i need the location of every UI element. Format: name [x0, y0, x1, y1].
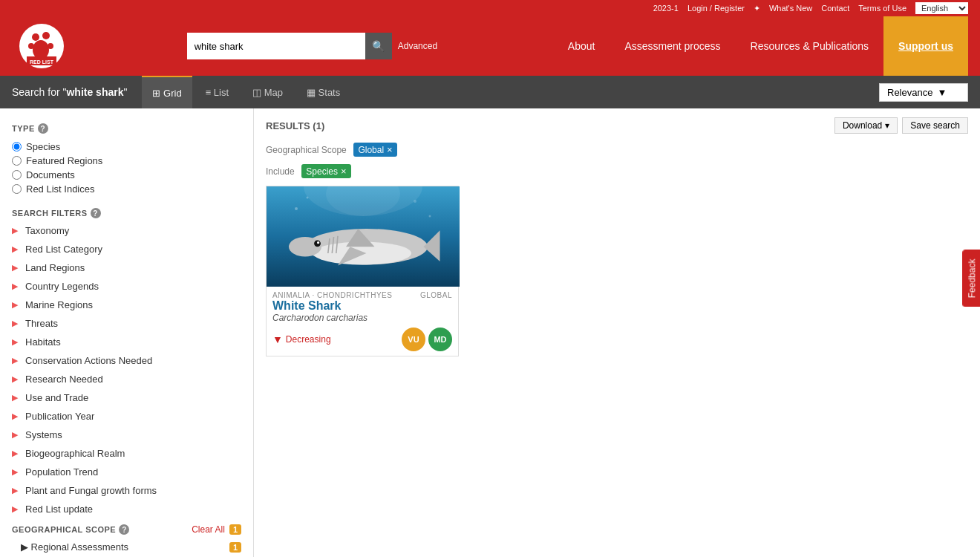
regional-assessments-item[interactable]: ▶ Regional Assessments 1 [0, 538, 253, 556]
tab-list[interactable]: ≡ List [195, 76, 239, 108]
search-filters-section: SEARCH FILTERS ? [0, 202, 253, 221]
svg-point-2 [42, 32, 50, 39]
filter-use-trade[interactable]: ▶ Use and Trade [0, 388, 253, 407]
advanced-link[interactable]: Advanced [398, 41, 437, 51]
arrow-icon: ▶ [12, 226, 21, 235]
relevance-label: Relevance [887, 87, 932, 98]
shark-image [267, 186, 460, 287]
filter-habitats[interactable]: ▶ Habitats [0, 333, 253, 351]
nav-support[interactable]: Support us [883, 16, 968, 76]
svg-point-5 [48, 43, 53, 49]
header-search: 🔍 Advanced [187, 33, 437, 59]
action-buttons: Download ▾ Save search [834, 117, 968, 134]
download-button[interactable]: Download ▾ [834, 117, 898, 134]
geo-clear-all[interactable]: Clear All [192, 524, 225, 535]
nav-assessment[interactable]: Assessment process [610, 16, 735, 76]
search-filters-info-icon[interactable]: ? [91, 208, 101, 218]
language-select[interactable]: English Français Español [915, 2, 968, 14]
geo-filter-tag: Global × [353, 143, 396, 157]
trend-info: ▼ Decreasing [272, 333, 331, 345]
status-badges: VU MD [402, 328, 452, 351]
arrow-icon: ▶ [12, 300, 21, 310]
whats-new-link[interactable]: What's New [769, 4, 812, 13]
geo-filter-remove[interactable]: × [387, 144, 393, 155]
arrow-icon: ▶ [12, 281, 21, 291]
filter-red-list-category[interactable]: ▶ Red List Category [0, 240, 253, 258]
include-filter-remove[interactable]: × [341, 166, 347, 177]
filter-marine-regions[interactable]: ▶ Marine Regions [0, 296, 253, 314]
type-featured[interactable]: Featured Regions [12, 154, 241, 168]
logo-area[interactable]: RED LIST [12, 20, 71, 72]
save-search-button[interactable]: Save search [902, 117, 968, 134]
arrow-icon: ▶ [12, 411, 21, 421]
search-input[interactable] [187, 33, 365, 59]
geo-scope-filter-label: Geographical Scope [266, 145, 347, 155]
relevance-button[interactable]: Relevance ▼ [879, 83, 968, 102]
filter-pub-year[interactable]: ▶ Publication Year [0, 407, 253, 426]
results-bar: RESULTS (1) Download ▾ Save search [266, 117, 968, 134]
include-filter-label: Include [266, 166, 295, 177]
save-search-label: Save search [910, 120, 960, 131]
type-options: Species Featured Regions Documents Red L… [0, 137, 253, 202]
tab-stats[interactable]: ▦ Stats [296, 76, 350, 108]
svg-text:RED LIST: RED LIST [30, 59, 54, 65]
geo-count-badge: 1 [229, 524, 241, 535]
filter-systems[interactable]: ▶ Systems [0, 426, 253, 444]
svg-point-16 [289, 237, 321, 256]
svg-point-22 [295, 207, 298, 210]
filter-plant-fungal[interactable]: ▶ Plant and Fungal growth forms [0, 481, 253, 500]
card-taxonomy: ANIMALIA · CHONDRICHTHYES GLOBAL [272, 291, 452, 299]
card-image [267, 186, 460, 287]
feedback-button[interactable]: Feedback [963, 250, 980, 307]
tab-map[interactable]: ◫ Map [242, 76, 293, 108]
filter-research[interactable]: ▶ Research Needed [0, 370, 253, 388]
terms-link[interactable]: Terms of Use [858, 4, 906, 13]
search-button[interactable]: 🔍 [365, 33, 392, 59]
nav-resources[interactable]: Resources & Publications [736, 16, 884, 76]
filter-land-regions[interactable]: ▶ Land Regions [0, 258, 253, 277]
type-indices[interactable]: Red List Indices [12, 182, 241, 196]
type-info-icon[interactable]: ? [38, 123, 48, 134]
arrow-icon: ▶ [12, 374, 21, 384]
card-common-name[interactable]: White Shark [272, 299, 452, 313]
relevance-select: Relevance ▼ [879, 83, 968, 102]
trend-label: Decreasing [286, 334, 331, 345]
filter-taxonomy[interactable]: ▶ Taxonomy [0, 221, 253, 240]
contact-link[interactable]: Contact [821, 4, 849, 13]
nav-about[interactable]: About [553, 16, 610, 76]
tab-grid[interactable]: ⊞ Grid [142, 76, 192, 108]
filter-pop-trend[interactable]: ▶ Population Trend [0, 463, 253, 481]
result-card[interactable]: ANIMALIA · CHONDRICHTHYES GLOBAL White S… [266, 186, 459, 356]
type-section: TYPE ? [0, 117, 253, 137]
filter-bio-realm[interactable]: ▶ Biogeographical Realm [0, 444, 253, 463]
filter-threats[interactable]: ▶ Threats [0, 314, 253, 333]
type-title: TYPE [12, 124, 35, 133]
results-count: RESULTS (1) [266, 120, 324, 131]
view-tabs: ⊞ Grid ≡ List ◫ Map ▦ Stats [142, 76, 350, 108]
login-link[interactable]: Login / Register [687, 4, 745, 13]
geo-filter-value: Global [358, 145, 384, 155]
svg-point-23 [307, 197, 309, 199]
geo-scope-info-icon[interactable]: ? [119, 524, 129, 535]
filters-row: Geographical Scope Global × [266, 143, 968, 157]
svg-point-25 [429, 215, 431, 218]
md-badge: MD [428, 328, 452, 351]
arrow-icon: ▶ [12, 449, 21, 458]
search-label: Search for "white shark" [12, 86, 127, 98]
filter-country-legends[interactable]: ▶ Country Legends [0, 277, 253, 296]
logo-icon: RED LIST [19, 24, 64, 68]
geo-scope-header: GEOGRAPHICAL SCOPE ? Clear All 1 [0, 518, 253, 538]
svg-point-4 [28, 43, 34, 49]
arrow-icon: ▶ [12, 504, 21, 514]
svg-point-24 [414, 200, 416, 203]
filter-red-list-update[interactable]: ▶ Red List update [0, 500, 253, 518]
chevron-down-icon: ▼ [937, 87, 947, 98]
type-species[interactable]: Species [12, 140, 241, 154]
filter-conservation[interactable]: ▶ Conservation Actions Needed [0, 351, 253, 370]
sub-nav: Search for "white shark" ⊞ Grid ≡ List ◫… [0, 76, 980, 108]
decreasing-icon: ▼ [272, 333, 283, 345]
type-documents[interactable]: Documents [12, 168, 241, 182]
arrow-icon: ▶ [12, 337, 21, 347]
filter-plant-fungal-label: Plant and Fungal growth forms [25, 485, 157, 496]
vu-badge: VU [402, 328, 425, 351]
